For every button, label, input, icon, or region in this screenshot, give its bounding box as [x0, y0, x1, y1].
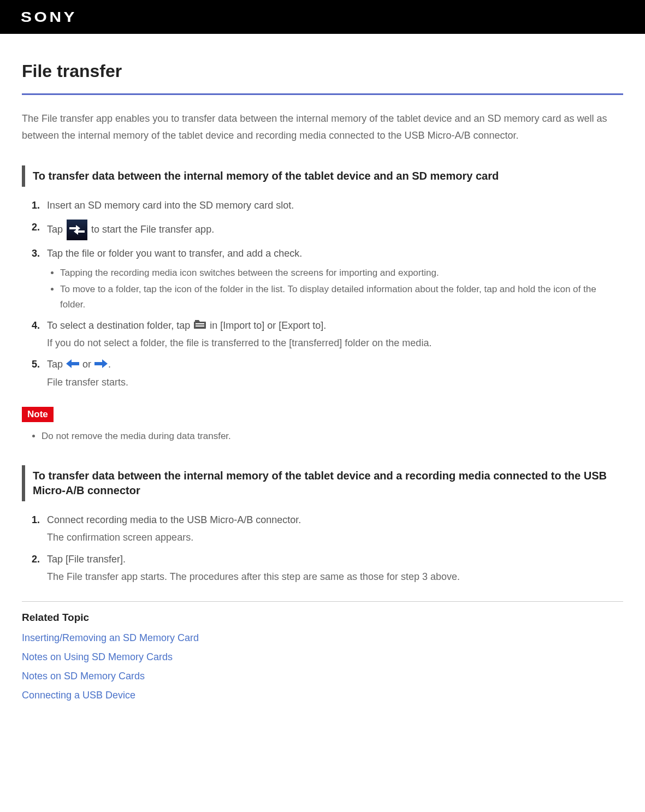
note-list: Do not remove the media during data tran… — [22, 429, 623, 443]
page-title: File transfer — [22, 61, 623, 81]
s2-step-1-subtext: The confirmation screen appears. — [47, 530, 623, 546]
arrow-right-icon — [94, 357, 108, 374]
related-divider — [22, 601, 623, 602]
related-link-4[interactable]: Connecting a USB Device — [22, 690, 623, 701]
step-1: Insert an SD memory card into the SD mem… — [32, 198, 623, 214]
related-links: Inserting/Removing an SD Memory Card Not… — [22, 632, 623, 701]
step-5: Tap or . File transfer starts. — [32, 357, 623, 390]
section1-steps: Insert an SD memory card into the SD mem… — [22, 198, 623, 390]
step-5-subtext: File transfer starts. — [47, 375, 623, 391]
step-4-subtext: If you do not select a folder, the file … — [47, 335, 623, 352]
step-4-text-b: in [Import to] or [Export to]. — [207, 320, 326, 331]
svg-rect-1 — [196, 323, 204, 324]
step-4: To select a destination folder, tap in [… — [32, 318, 623, 352]
step-5-text-a: Tap — [47, 359, 66, 370]
step-4-text-a: To select a destination folder, tap — [47, 320, 193, 331]
note-badge: Note — [22, 407, 54, 422]
step-5-text-b: . — [108, 359, 111, 370]
step-3: Tap the file or folder you want to trans… — [32, 246, 623, 312]
svg-rect-2 — [196, 325, 204, 327]
step-2-text-b: to start the File transfer app. — [88, 224, 214, 235]
related-link-2[interactable]: Notes on Using SD Memory Cards — [22, 651, 623, 663]
related-topic-title: Related Topic — [22, 612, 623, 624]
svg-rect-0 — [194, 322, 206, 329]
brand-logo: SONY — [21, 9, 77, 26]
note-item-1: Do not remove the media during data tran… — [42, 429, 623, 443]
s2-step-2: Tap [File transfer]. The File transfer a… — [32, 552, 623, 585]
section2-steps: Connect recording media to the USB Micro… — [22, 512, 623, 585]
related-link-3[interactable]: Notes on SD Memory Cards — [22, 671, 623, 682]
intro-paragraph: The File transfer app enables you to tra… — [22, 110, 623, 144]
section1-heading: To transfer data between the internal me… — [22, 165, 623, 187]
step-3-text: Tap the file or folder you want to trans… — [47, 248, 302, 259]
s2-step-1: Connect recording media to the USB Micro… — [32, 512, 623, 546]
s2-step-1-text: Connect recording media to the USB Micro… — [47, 514, 301, 525]
step-3-bullet-2: To move to a folder, tap the icon of the… — [60, 282, 623, 312]
content-area: File transfer The File transfer app enab… — [0, 34, 645, 720]
section2-heading: To transfer data between the internal me… — [22, 465, 623, 501]
s2-step-2-text: Tap [File transfer]. — [47, 554, 126, 565]
folder-icon — [194, 318, 206, 334]
file-transfer-app-icon — [67, 220, 87, 240]
header-bar: SONY — [0, 0, 645, 34]
title-divider — [22, 93, 623, 95]
step-2: Tap to start the File transfer app. — [32, 220, 623, 240]
step-3-sublist: Tapping the recording media icon switche… — [47, 265, 623, 312]
step-1-text: Insert an SD memory card into the SD mem… — [47, 200, 294, 211]
step-5-or: or — [80, 359, 94, 370]
s2-step-2-subtext: The File transfer app starts. The proced… — [47, 569, 623, 585]
step-2-text-a: Tap — [47, 224, 66, 235]
step-3-bullet-1: Tapping the recording media icon switche… — [60, 265, 623, 281]
related-link-1[interactable]: Inserting/Removing an SD Memory Card — [22, 632, 623, 644]
arrow-left-icon — [66, 357, 79, 374]
